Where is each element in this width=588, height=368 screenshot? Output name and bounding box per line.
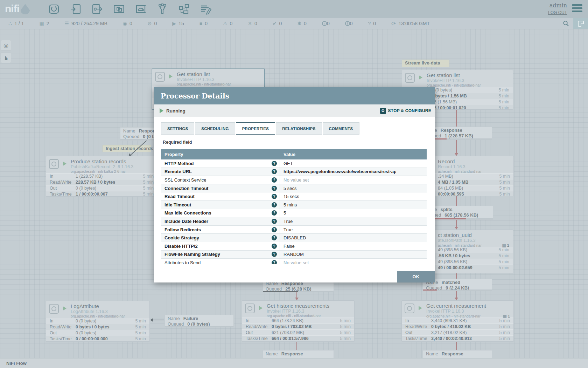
help-icon[interactable]: ? bbox=[272, 177, 277, 183]
property-name: Attributes to Send bbox=[164, 260, 201, 264]
property-cell: HTTP Method? bbox=[161, 159, 280, 168]
property-value: RANDOM bbox=[280, 251, 396, 259]
property-cell: Connection Timeout? bbox=[161, 184, 280, 192]
property-extra-cell bbox=[396, 209, 427, 217]
property-value: No value set bbox=[280, 259, 396, 264]
property-name: FlowFile Naming Strategy bbox=[164, 252, 220, 257]
help-icon[interactable]: ? bbox=[272, 219, 277, 224]
property-name: HTTP Method bbox=[164, 161, 194, 166]
help-icon[interactable]: ? bbox=[272, 186, 277, 191]
help-icon[interactable]: ? bbox=[272, 227, 277, 232]
processor-details-dialog: Processor Details Running ⚙ STOP & CONFI… bbox=[154, 87, 435, 282]
help-icon[interactable]: ? bbox=[272, 260, 277, 264]
property-row: Include Date Header?True bbox=[161, 217, 427, 226]
property-extra-cell bbox=[396, 159, 427, 168]
property-extra-cell bbox=[396, 226, 427, 234]
properties-table-header: Property Value bbox=[161, 149, 427, 159]
nifi-application: nifi admin LOG OUT ∴1 / 1▦2☰920 / 264.29… bbox=[0, 0, 588, 368]
property-row: Follow Redirects?True bbox=[161, 226, 427, 234]
tab-scheduling[interactable]: SCHEDULING bbox=[195, 122, 235, 135]
help-icon[interactable]: ? bbox=[272, 210, 277, 216]
help-icon[interactable]: ? bbox=[272, 169, 277, 174]
help-icon[interactable]: ? bbox=[272, 194, 277, 199]
property-value: 15 secs bbox=[280, 192, 396, 200]
property-value: True bbox=[280, 217, 396, 225]
property-cell: Read Timeout? bbox=[161, 192, 280, 200]
help-icon[interactable]: ? bbox=[272, 235, 277, 240]
property-row: Attributes to Send?No value set bbox=[161, 259, 427, 264]
property-value: 5 mins bbox=[280, 201, 396, 209]
property-extra-cell bbox=[396, 201, 427, 209]
property-cell: FlowFile Naming Strategy? bbox=[161, 251, 280, 259]
property-row: Disable HTTP/2?False bbox=[161, 242, 427, 251]
help-icon[interactable]: ? bbox=[272, 202, 277, 207]
tab-properties[interactable]: PROPERTIES bbox=[236, 122, 275, 135]
property-extra-cell bbox=[396, 217, 427, 225]
property-name: Disable HTTP/2 bbox=[164, 244, 198, 249]
running-icon bbox=[160, 108, 163, 113]
property-cell: Include Date Header? bbox=[161, 217, 280, 225]
property-extra-cell bbox=[396, 176, 427, 184]
property-cell: SSL Context Service? bbox=[161, 176, 280, 184]
property-cell: Follow Redirects? bbox=[161, 226, 280, 234]
property-cell: Idle Timeout? bbox=[161, 201, 280, 209]
properties-table: Property Value HTTP Method?GETRemote URL… bbox=[161, 149, 427, 264]
dialog-tabs: SETTINGSSCHEDULINGPROPERTIESRELATIONSHIP… bbox=[161, 122, 359, 135]
status-text: Running bbox=[166, 108, 186, 114]
property-extra-cell bbox=[396, 242, 427, 250]
dialog-header: Processor Details bbox=[154, 87, 435, 104]
property-value: True bbox=[280, 226, 396, 234]
property-value: False bbox=[280, 242, 396, 250]
property-name: Max Idle Connections bbox=[164, 210, 211, 216]
property-cell: Attributes to Send? bbox=[161, 259, 280, 264]
property-name: Cookie Strategy bbox=[164, 235, 199, 240]
tab-settings[interactable]: SETTINGS bbox=[161, 122, 194, 135]
properties-table-body: HTTP Method?GETRemote URL?https://www.pe… bbox=[161, 159, 427, 264]
property-value: 5 secs bbox=[280, 184, 396, 192]
property-extra-cell bbox=[396, 168, 427, 176]
property-row: Connection Timeout?5 secs bbox=[161, 184, 427, 193]
tab-comments[interactable]: COMMENTS bbox=[323, 122, 359, 135]
value-column-header: Value bbox=[280, 152, 396, 157]
gear-icon: ⚙ bbox=[380, 108, 386, 114]
property-row: HTTP Method?GET bbox=[161, 159, 427, 168]
help-icon[interactable]: ? bbox=[272, 161, 277, 166]
dialog-title: Processor Details bbox=[161, 92, 229, 100]
stop-and-configure-label: STOP & CONFIGURE bbox=[388, 108, 431, 113]
property-name: SSL Context Service bbox=[164, 177, 206, 183]
property-extra-cell bbox=[396, 192, 427, 200]
property-value: 5 bbox=[280, 209, 396, 217]
dialog-status-row: Running ⚙ STOP & CONFIGURE bbox=[154, 104, 435, 117]
property-row: Idle Timeout?5 mins bbox=[161, 201, 427, 209]
tab-relationships[interactable]: RELATIONSHIPS bbox=[276, 122, 322, 135]
property-extra-cell bbox=[396, 259, 427, 264]
property-extra-cell bbox=[396, 251, 427, 259]
property-name: Remote URL bbox=[164, 169, 192, 174]
ok-button[interactable]: OK bbox=[397, 271, 435, 282]
property-cell: Max Idle Connections? bbox=[161, 209, 280, 217]
property-cell: Remote URL? bbox=[161, 168, 280, 176]
property-name: Connection Timeout bbox=[164, 186, 208, 191]
property-name: Include Date Header bbox=[164, 219, 208, 224]
property-column-header: Property bbox=[161, 152, 280, 157]
property-extra-cell bbox=[396, 234, 427, 242]
property-value: GET bbox=[280, 159, 396, 168]
property-cell: Cookie Strategy? bbox=[161, 234, 280, 242]
property-row: FlowFile Naming Strategy?RANDOM bbox=[161, 251, 427, 259]
property-row: Cookie Strategy?DISABLED bbox=[161, 234, 427, 242]
required-field-note: Required field bbox=[163, 140, 192, 145]
property-value: DISABLED bbox=[280, 234, 396, 242]
property-value: https://www.pegelonline.wsv.de/webservic… bbox=[280, 168, 396, 176]
property-extra-cell bbox=[396, 184, 427, 192]
property-name: Read Timeout bbox=[164, 194, 195, 199]
help-icon[interactable]: ? bbox=[272, 244, 277, 249]
property-name: Idle Timeout bbox=[164, 202, 191, 207]
property-cell: Disable HTTP/2? bbox=[161, 242, 280, 250]
property-value: No value set bbox=[280, 176, 396, 184]
stop-and-configure-button[interactable]: ⚙ STOP & CONFIGURE bbox=[380, 108, 431, 114]
property-row: SSL Context Service?No value set bbox=[161, 176, 427, 184]
property-row: Remote URL?https://www.pegelonline.wsv.d… bbox=[161, 168, 427, 176]
property-row: Max Idle Connections?5 bbox=[161, 209, 427, 218]
property-row: Read Timeout?15 secs bbox=[161, 192, 427, 201]
help-icon[interactable]: ? bbox=[272, 252, 277, 257]
